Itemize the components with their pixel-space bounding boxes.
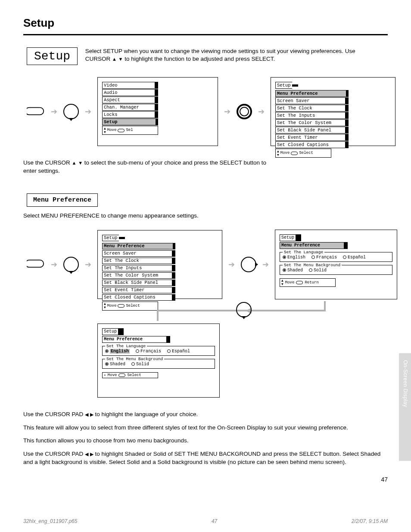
osd-item[interactable]: Chan. Manager bbox=[102, 104, 158, 111]
osd-breadcrumb: Setup bbox=[280, 234, 392, 241]
select-button-icon bbox=[237, 104, 252, 119]
osd-item[interactable]: Set The Inputs bbox=[275, 112, 349, 119]
osd-item[interactable]: Screen Saver bbox=[102, 250, 175, 257]
osd-hint: ▲▼ Move Select bbox=[102, 302, 158, 311]
footer-left: 2/2/07, 9:15 AM bbox=[352, 518, 388, 524]
arrow-right-icon: ➔ bbox=[51, 260, 57, 269]
osd-item[interactable]: Set The Clock bbox=[102, 258, 175, 264]
flow-row-2: ➔ ➔ Setup Menu Preference Screen Saver S… bbox=[27, 230, 388, 299]
menu-button-icon bbox=[27, 257, 45, 271]
side-tab: On-Screen Display bbox=[399, 353, 411, 461]
background-fieldset: Set The Menu Background Shaded Solid bbox=[102, 359, 215, 369]
osd-item[interactable]: Set The Clock bbox=[275, 105, 349, 112]
osd-item[interactable]: Video bbox=[102, 82, 158, 89]
menu-button-icon bbox=[27, 105, 45, 119]
osd-item[interactable]: Set Event Timer bbox=[102, 287, 175, 294]
sub-desc: Select MENU PREFERENCE to change menu ap… bbox=[23, 212, 388, 220]
body-para-4: Use the CURSOR PAD ◀ ▶ to highlight Shad… bbox=[23, 450, 388, 467]
osd-breadcrumb: Setup bbox=[102, 328, 215, 335]
cursor-right-icon bbox=[241, 257, 256, 272]
osd-item[interactable]: Set The Inputs bbox=[102, 265, 175, 272]
osd-item[interactable]: Set Closed Captions bbox=[102, 294, 175, 301]
arrow-right-icon: ➔ bbox=[262, 260, 269, 269]
osd-hint: ✦ Move Select bbox=[102, 372, 158, 378]
bg-option[interactable]: Shaded bbox=[283, 268, 303, 273]
osd-item[interactable]: Set The Color System bbox=[102, 272, 175, 279]
osd-hint: ▲▼ Move Select bbox=[275, 149, 331, 158]
language-fieldset: Set The Language English Français Españo… bbox=[280, 252, 392, 262]
osd-item[interactable]: Set Black Side Panel bbox=[275, 127, 349, 134]
footer-right: 32hlx_eng_011907.p65 bbox=[23, 518, 77, 524]
osd-menu-preference-detail: Setup Menu Preference Set The Language E… bbox=[275, 230, 397, 299]
osd-main-menu: Video Audio Aspect Chan. Manager Locks S… bbox=[97, 77, 218, 146]
osd-item[interactable]: Audio bbox=[102, 89, 158, 96]
osd-setup-menu: Setup Menu Preference Screen Saver Set T… bbox=[271, 77, 395, 146]
osd-item[interactable]: Set The Color System bbox=[275, 119, 349, 126]
osd-menu-preference-detail-2: Setup Menu Preference Set The Language E… bbox=[97, 324, 220, 398]
bg-option[interactable]: Solid bbox=[309, 268, 327, 273]
cursor-down-icon bbox=[63, 104, 79, 119]
osd-title: Setup bbox=[275, 82, 313, 89]
page-number: 47 bbox=[23, 476, 388, 483]
language-fieldset: Set The Language English Français Españo… bbox=[102, 346, 215, 356]
footer-mid: 47 bbox=[212, 518, 217, 524]
lang-option[interactable]: Español bbox=[343, 255, 366, 260]
osd-hint: ▲▼ Move Sel bbox=[102, 126, 158, 135]
page-footer: 32hlx_eng_011907.p65 47 2/2/07, 9:15 AM bbox=[0, 518, 411, 524]
arrow-right-icon: ➔ bbox=[224, 107, 230, 116]
lang-option[interactable]: Français bbox=[136, 349, 161, 354]
side-tab-label: On-Screen Display bbox=[402, 360, 408, 407]
body-para-2: This feature will allow you to select fr… bbox=[23, 424, 388, 432]
connector-line bbox=[157, 310, 159, 321]
osd-item-selected[interactable]: Menu Preference bbox=[275, 90, 349, 97]
arrow-right-icon: ➔ bbox=[85, 107, 91, 116]
osd-item[interactable]: Set Closed Captions bbox=[275, 141, 349, 148]
osd-item[interactable]: Screen Saver bbox=[275, 97, 349, 104]
osd-item[interactable]: Locks bbox=[102, 111, 158, 118]
osd-hint: ▲▼ Move Return bbox=[280, 278, 336, 287]
lang-option[interactable]: English bbox=[105, 349, 130, 354]
flow-row-3: Setup Menu Preference Set The Language E… bbox=[97, 324, 388, 398]
lang-option[interactable]: English bbox=[283, 255, 305, 260]
osd-title: Setup bbox=[102, 235, 140, 242]
osd-setup-menu-2: Setup Menu Preference Screen Saver Set T… bbox=[97, 230, 222, 299]
osd-item[interactable]: Aspect bbox=[102, 96, 158, 103]
arrow-right-icon: ➔ bbox=[228, 260, 235, 269]
lang-option[interactable]: Français bbox=[311, 255, 337, 260]
bg-option[interactable]: Shaded bbox=[105, 362, 125, 367]
arrow-right-icon: ➔ bbox=[51, 107, 57, 116]
page-heading: Setup bbox=[23, 16, 388, 30]
section-title-box: Setup bbox=[27, 47, 78, 65]
heading-rule bbox=[23, 34, 388, 35]
osd-item-selected[interactable]: Setup bbox=[102, 118, 158, 125]
cursor-down-icon bbox=[236, 302, 252, 317]
body-para-1: Use the CURSOR PAD ◀ ▶ to highlight the … bbox=[23, 411, 388, 419]
body-para-3: This function allows you to choose from … bbox=[23, 437, 388, 445]
osd-item[interactable]: Set Black Side Panel bbox=[102, 280, 175, 286]
lang-option[interactable]: Español bbox=[167, 349, 190, 354]
cursor-down-icon bbox=[63, 257, 79, 272]
flow-row-1: ➔ ➔ Video Audio Aspect Chan. Manager Loc… bbox=[27, 77, 388, 146]
after-flow-paragraph: Use the CURSOR ▲ ▼ to select the sub-men… bbox=[23, 159, 388, 175]
osd-item[interactable]: Set Event Timer bbox=[275, 134, 349, 141]
background-fieldset: Set The Menu Background Shaded Solid bbox=[280, 265, 392, 275]
osd-item-selected[interactable]: Menu Preference bbox=[102, 243, 175, 250]
arrow-right-icon: ➔ bbox=[258, 107, 265, 116]
bg-option[interactable]: Solid bbox=[131, 362, 149, 367]
intro-paragraph: Select SETUP when you want to change the… bbox=[85, 47, 361, 63]
arrow-right-icon: ➔ bbox=[85, 260, 91, 269]
sub-heading-box: Menu Preference bbox=[27, 193, 98, 207]
